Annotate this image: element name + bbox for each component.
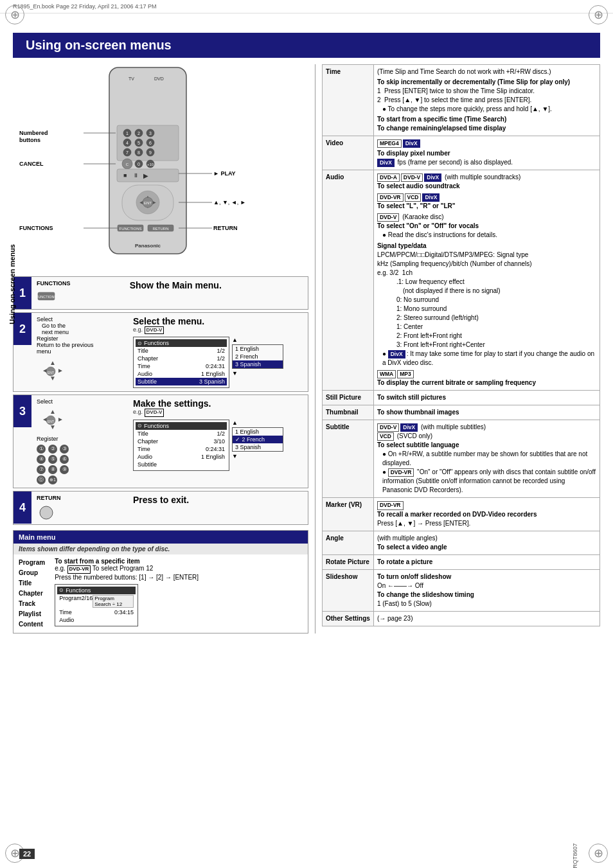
content-thumbnail: To show thumbnail images [373, 405, 600, 420]
svg-text:▶: ▶ [143, 172, 148, 179]
table-row-thumbnail: Thumbnail To show thumbnail images [323, 405, 600, 420]
content-marker-vr: DVD-VR To recall a marker recorded on DV… [373, 498, 600, 531]
left-column: TV DVD 1 2 3 4 5 6 7 8 [13, 64, 308, 633]
svg-text:7: 7 [126, 150, 129, 155]
list-item: Chapter [19, 589, 45, 599]
menu-options-2: 1 English ✓ 2 French 3 Spanish [232, 427, 283, 452]
menu-options-1: 1 English 2 French 3 Spanish [232, 344, 283, 369]
svg-text:3: 3 [149, 131, 152, 136]
arrow-diagram: ▲ ◄ ENT ► ▼ [37, 357, 69, 383]
menu-items-desc: To start from a specific item e.g. DVD-V… [55, 558, 303, 630]
content-angle: (with multiple angles) To select a video… [373, 531, 600, 554]
step-num-4: 4 [13, 492, 31, 524]
step-num-2: 2 [13, 313, 31, 345]
svg-text:RETURN: RETURN [153, 227, 169, 231]
svg-text:Panasonic: Panasonic [135, 243, 161, 249]
label-video: Video [323, 136, 374, 170]
step-2-eg: e.g. DVD-V [133, 326, 303, 334]
svg-text:+10: +10 [147, 163, 154, 166]
main-menu-subtitle: Items shown differ depending on the type… [13, 544, 308, 554]
svg-text:▼: ▼ [49, 423, 56, 430]
mini-menu-main: ⊙ Functions Program2/16Program Search ÷ … [55, 584, 138, 626]
svg-text:FUNCTIONS: FUNCTIONS [19, 225, 53, 231]
svg-point-72 [40, 506, 53, 519]
mini-menu-2: ⊙ Functions Title1/2 Chapter3/10 Time0:2… [133, 420, 229, 471]
label-angle: Angle [323, 531, 374, 554]
step-2-action: Select the menu. [133, 316, 303, 326]
functions-button-icon: FUNCTIONS [37, 289, 56, 302]
content-slideshow: To turn on/off slideshow On ←——→ Off To … [373, 569, 600, 611]
remote-svg: TV DVD 1 2 3 4 5 6 7 8 [13, 64, 308, 270]
svg-text:Numbered: Numbered [19, 130, 48, 136]
menu-items-list: Program Group Title Chapter Track Playli… [19, 558, 45, 630]
table-row-still-picture: Still Picture To switch still pictures [323, 391, 600, 405]
list-item: Track [19, 599, 45, 609]
content-video: MPEG4DivX To display pixel number DivX f… [373, 136, 600, 170]
label-time: Time [323, 65, 374, 136]
label-slideshow: Slideshow [323, 569, 374, 611]
main-menu-items: Program Group Title Chapter Track Playli… [13, 554, 308, 633]
content-other-settings: (→ page 23) [373, 611, 600, 626]
svg-text:CANCEL: CANCEL [19, 161, 44, 167]
step-4: 4 RETURN Press to exit. [13, 491, 308, 525]
list-item: Content [19, 619, 45, 630]
page-number: 22 [19, 849, 35, 859]
step-1: 1 FUNCTIONS FUNCTIONS Show the Main menu… [13, 276, 308, 310]
corner-decoration-tl [5, 5, 24, 24]
corner-decoration-br [589, 844, 608, 863]
svg-text:4: 4 [126, 141, 129, 145]
step-3-desc: Select ▲ ◄ ENT ► ▼ Register [37, 398, 127, 484]
svg-text:FUNCTIONS: FUNCTIONS [120, 227, 142, 231]
svg-text:C: C [126, 163, 129, 166]
corner-decoration-tr [589, 5, 608, 24]
content-audio: DVD-ADVD-VDivX (with multiple soundtrack… [373, 170, 600, 391]
step-2-desc: Select Go to thenext menu Register Retur… [37, 316, 127, 388]
step-3-action: Make the settings. [133, 398, 303, 409]
arrow-diagram-2: ▲ ◄ ENT ► ▼ [37, 406, 69, 432]
svg-text:0: 0 [138, 162, 140, 166]
return-button-icon [37, 504, 56, 520]
table-row-other-settings: Other Settings (→ page 23) [323, 611, 600, 626]
content-rotate-picture: To rotate a picture [373, 554, 600, 569]
svg-text:▲, ▼, ◄, ►: ▲, ▼, ◄, ► [213, 199, 246, 206]
svg-text:▼: ▼ [49, 375, 56, 382]
step-3: 3 Select ▲ ◄ ENT ► ▼ [13, 394, 308, 488]
step-2-action-area: Select the menu. e.g. DVD-V ⊙ Functions … [133, 316, 303, 388]
step-2: 2 Select Go to thenext menu Register Ret… [13, 312, 308, 392]
step-4-action: Press to exit. [133, 495, 303, 505]
page-title: Using on-screen menus [13, 33, 600, 58]
svg-text:8: 8 [138, 150, 140, 155]
svg-text:9: 9 [149, 150, 152, 155]
svg-text:► PLAY: ► PLAY [213, 170, 236, 177]
svg-text:►: ► [57, 416, 64, 423]
list-item: Playlist [19, 609, 45, 619]
table-row-marker-vr: Marker (VR) DVD-VR To recall a marker re… [323, 498, 600, 531]
table-row-subtitle: Subtitle DVD-VDivX (with multiple subtit… [323, 420, 600, 498]
content-time: (Time Slip and Time Search do not work w… [373, 65, 600, 136]
label-audio: Audio [323, 170, 374, 391]
main-menu-box: Main menu Items shown differ depending o… [13, 530, 308, 633]
svg-text:ENT: ENT [144, 201, 152, 205]
content-still-picture: To switch still pictures [373, 391, 600, 405]
label-subtitle: Subtitle [323, 420, 374, 498]
info-table: Time (Time Slip and Time Search do not w… [322, 64, 600, 626]
list-item: Title [19, 578, 45, 589]
svg-text:FUNCTIONS: FUNCTIONS [37, 295, 56, 299]
svg-text:RETURN: RETURN [213, 225, 238, 231]
doc-code: RQT8607 [571, 843, 578, 868]
svg-text:buttons: buttons [19, 137, 40, 143]
remote-diagram: TV DVD 1 2 3 4 5 6 7 8 [13, 64, 308, 270]
label-marker-vr: Marker (VR) [323, 498, 374, 531]
step-4-desc: RETURN [37, 495, 127, 521]
table-row-angle: Angle (with multiple angles) To select a… [323, 531, 600, 554]
label-thumbnail: Thumbnail [323, 405, 374, 420]
step-num-1: 1 [13, 277, 31, 309]
steps-area: 1 FUNCTIONS FUNCTIONS Show the Main menu… [13, 276, 308, 525]
svg-text:■: ■ [123, 172, 127, 179]
step-3-eg: e.g. DVD-V [133, 409, 303, 416]
svg-text:5: 5 [138, 141, 140, 145]
label-other-settings: Other Settings [323, 611, 374, 626]
svg-text:DVD: DVD [154, 76, 164, 81]
svg-text:⏸: ⏸ [133, 172, 139, 179]
table-row-time: Time (Time Slip and Time Search do not w… [323, 65, 600, 136]
